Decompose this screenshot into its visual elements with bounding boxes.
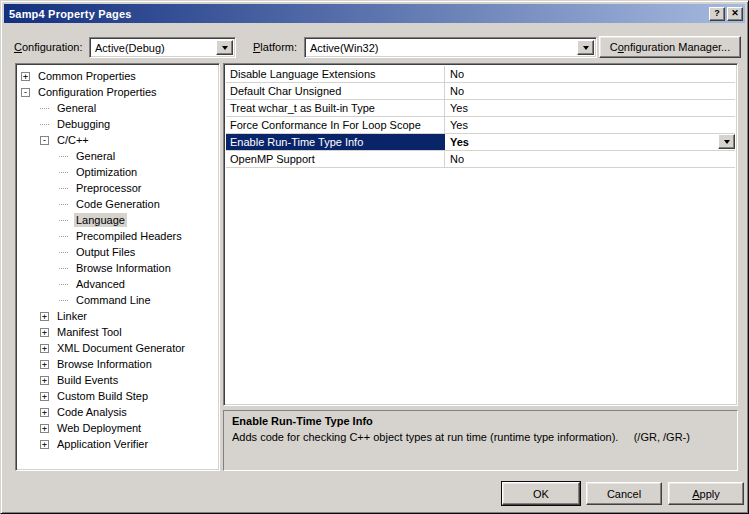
property-name: Default Char Unsigned: [226, 83, 445, 99]
tree-item-output-files[interactable]: Output Files: [19, 244, 217, 260]
tree-item-label[interactable]: Optimization: [74, 165, 139, 179]
tree-connector: [59, 300, 68, 301]
tree-item-browse-information[interactable]: Browse Information: [19, 260, 217, 276]
tree-item-label[interactable]: Output Files: [74, 245, 137, 259]
tree-item-precompiled-headers[interactable]: Precompiled Headers: [19, 228, 217, 244]
tree-item-label[interactable]: Command Line: [74, 293, 153, 307]
tree-connector: [59, 268, 68, 269]
tree-item-optimization[interactable]: Optimization: [19, 164, 217, 180]
configuration-select[interactable]: Active(Debug): [89, 37, 236, 58]
tree-item-label[interactable]: XML Document Generator: [55, 341, 187, 355]
expand-plus-icon[interactable]: +: [40, 344, 49, 353]
title-bar[interactable]: 5amp4 Property Pages ? ✕: [4, 4, 745, 23]
property-grid: Disable Language ExtensionsNoDefault Cha…: [223, 63, 738, 406]
help-button[interactable]: ?: [709, 7, 725, 21]
tree-item-custom-build-step[interactable]: +Custom Build Step: [19, 388, 217, 404]
property-value[interactable]: No: [445, 83, 735, 99]
chevron-down-icon: [724, 140, 730, 144]
expand-plus-icon[interactable]: +: [40, 360, 49, 369]
tree-item-language[interactable]: Language: [19, 212, 217, 228]
expand-plus-icon[interactable]: +: [40, 424, 49, 433]
property-value[interactable]: No: [445, 151, 735, 167]
tree-item-label[interactable]: Precompiled Headers: [74, 229, 184, 243]
tree-item-command-line[interactable]: Command Line: [19, 292, 217, 308]
tree-item-label[interactable]: Common Properties: [36, 69, 138, 83]
property-value[interactable]: Yes: [445, 100, 735, 116]
expand-plus-icon[interactable]: +: [40, 440, 49, 449]
tree-connector: [59, 252, 68, 253]
expand-plus-icon[interactable]: +: [40, 408, 49, 417]
tree-item-label[interactable]: Browse Information: [74, 261, 173, 275]
tree-item-web-deployment[interactable]: +Web Deployment: [19, 420, 217, 436]
expand-plus-icon[interactable]: +: [21, 72, 30, 81]
configuration-dropdown-button[interactable]: [216, 40, 233, 55]
cancel-button[interactable]: Cancel: [586, 482, 662, 505]
value-dropdown-button[interactable]: [718, 134, 735, 149]
expand-plus-icon[interactable]: +: [40, 392, 49, 401]
tree-item-label[interactable]: Code Analysis: [55, 405, 129, 419]
tree-item-label[interactable]: Code Generation: [74, 197, 162, 211]
description-panel: Enable Run-Time Type Info Adds code for …: [223, 410, 738, 471]
tree-item-manifest-tool[interactable]: +Manifest Tool: [19, 324, 217, 340]
close-button[interactable]: ✕: [727, 7, 743, 21]
category-tree: +Common Properties-Configuration Propert…: [15, 63, 220, 471]
tree-item-label[interactable]: Application Verifier: [55, 437, 150, 451]
tree-item-label[interactable]: Language: [74, 213, 127, 227]
tree-item-code-generation[interactable]: Code Generation: [19, 196, 217, 212]
tree-item-label[interactable]: C/C++: [55, 133, 91, 147]
tree-item-label[interactable]: General: [74, 149, 117, 163]
tree-item-label[interactable]: General: [55, 101, 98, 115]
expand-plus-icon[interactable]: +: [40, 328, 49, 337]
property-row-treat-wchar-t-as-built-in-type[interactable]: Treat wchar_t as Built-in TypeYes: [226, 100, 735, 117]
property-value[interactable]: Yes: [445, 134, 735, 150]
tree-item-common-properties[interactable]: +Common Properties: [19, 68, 217, 84]
tree-connector: [59, 156, 68, 157]
tree-item-browse-information[interactable]: +Browse Information: [19, 356, 217, 372]
tree-item-label[interactable]: Preprocessor: [74, 181, 143, 195]
tree-item-label[interactable]: Manifest Tool: [55, 325, 124, 339]
expand-plus-icon[interactable]: +: [40, 312, 49, 321]
tree-item-general[interactable]: General: [19, 148, 217, 164]
platform-select[interactable]: Active(Win32): [304, 37, 597, 58]
tree-item-label[interactable]: Debugging: [55, 117, 112, 131]
tree-item-label[interactable]: Custom Build Step: [55, 389, 150, 403]
tree-item-xml-document-generator[interactable]: +XML Document Generator: [19, 340, 217, 356]
property-name: Force Conformance In For Loop Scope: [226, 117, 445, 133]
tree-item-label[interactable]: Linker: [55, 309, 89, 323]
property-pages-dialog: 5amp4 Property Pages ? ✕ Configuration: …: [0, 0, 749, 514]
configuration-label: Configuration:: [14, 41, 83, 53]
property-row-force-conformance-in-for-loop-scope[interactable]: Force Conformance In For Loop ScopeYes: [226, 117, 735, 134]
ok-button[interactable]: OK: [502, 482, 580, 505]
property-name: Disable Language Extensions: [226, 66, 445, 82]
configuration-manager-button[interactable]: Configuration Manager...: [599, 36, 741, 58]
expand-plus-icon[interactable]: +: [40, 376, 49, 385]
collapse-minus-icon[interactable]: -: [21, 88, 30, 97]
chevron-down-icon: [583, 46, 589, 50]
property-row-disable-language-extensions[interactable]: Disable Language ExtensionsNo: [226, 66, 735, 83]
tree-item-label[interactable]: Web Deployment: [55, 421, 143, 435]
property-value[interactable]: Yes: [445, 117, 735, 133]
tree-item-configuration-properties[interactable]: -Configuration Properties: [19, 84, 217, 100]
tree-item-c-c[interactable]: -C/C++: [19, 132, 217, 148]
tree-item-linker[interactable]: +Linker: [19, 308, 217, 324]
property-value[interactable]: No: [445, 66, 735, 82]
tree-item-label[interactable]: Configuration Properties: [36, 85, 159, 99]
tree-item-build-events[interactable]: +Build Events: [19, 372, 217, 388]
tree-item-application-verifier[interactable]: +Application Verifier: [19, 436, 217, 452]
tree-item-label[interactable]: Advanced: [74, 277, 127, 291]
property-row-default-char-unsigned[interactable]: Default Char UnsignedNo: [226, 83, 735, 100]
tree-item-preprocessor[interactable]: Preprocessor: [19, 180, 217, 196]
tree-connector: [59, 204, 68, 205]
collapse-minus-icon[interactable]: -: [40, 136, 49, 145]
property-row-openmp-support[interactable]: OpenMP SupportNo: [226, 151, 735, 168]
tree-item-debugging[interactable]: Debugging: [19, 116, 217, 132]
property-row-enable-run-time-type-info[interactable]: Enable Run-Time Type InfoYes: [226, 134, 735, 151]
tree-item-label[interactable]: Build Events: [55, 373, 120, 387]
tree-item-code-analysis[interactable]: +Code Analysis: [19, 404, 217, 420]
tree-item-general[interactable]: General: [19, 100, 217, 116]
tree-item-label[interactable]: Browse Information: [55, 357, 154, 371]
platform-dropdown-button[interactable]: [577, 40, 594, 55]
tree-connector: [59, 220, 68, 221]
apply-button[interactable]: Apply: [668, 482, 744, 505]
tree-item-advanced[interactable]: Advanced: [19, 276, 217, 292]
